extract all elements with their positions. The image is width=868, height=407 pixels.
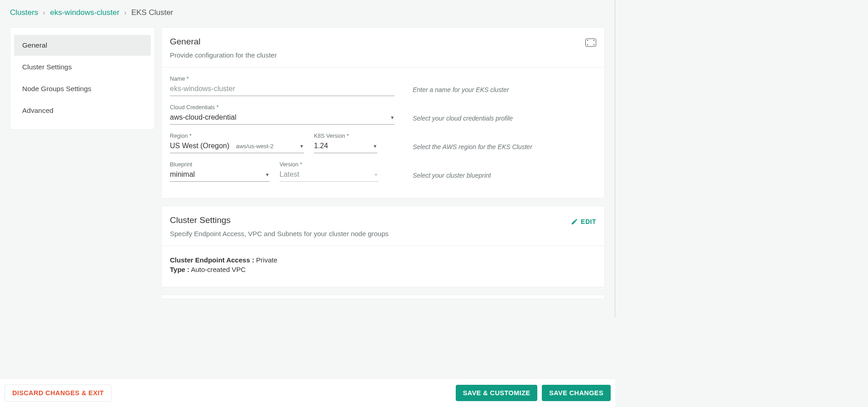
expand-icon[interactable] xyxy=(585,39,596,47)
type-label: Type : xyxy=(170,266,189,273)
sidebar-item-label: Advanced xyxy=(22,107,53,114)
credentials-value: aws-cloud-credential xyxy=(170,113,236,121)
cluster-settings-subtitle: Specify Endpoint Access, VPC and Subnets… xyxy=(170,230,389,237)
credentials-select[interactable]: aws-cloud-credential ▼ xyxy=(170,111,395,125)
sidebar-item-node-groups-settings[interactable]: Node Groups Settings xyxy=(14,78,151,99)
region-helper: Select the AWS region for the EKS Cluste… xyxy=(413,143,532,153)
chevron-down-icon: ▼ xyxy=(374,172,378,177)
region-value: US West (Oregon) xyxy=(170,142,229,150)
general-card: General Provide configuration for the cl… xyxy=(161,27,605,199)
name-input[interactable] xyxy=(170,83,395,96)
blueprint-value: minimal xyxy=(170,170,195,179)
k8s-value: 1.24 xyxy=(314,142,328,150)
cluster-settings-title: Cluster Settings xyxy=(170,215,389,225)
region-select[interactable]: US West (Oregon) aws/us-west-2 ▼ xyxy=(170,140,304,153)
chevron-down-icon: ▼ xyxy=(299,144,304,149)
edit-label: EDIT xyxy=(581,218,596,225)
credentials-helper: Select your cloud credentials profile xyxy=(413,115,513,125)
name-helper: Enter a name for your EKS cluster xyxy=(413,86,509,96)
sidebar-item-cluster-settings[interactable]: Cluster Settings xyxy=(14,57,151,78)
breadcrumb-cluster-link[interactable]: eks-windows-cluster xyxy=(50,8,120,17)
breadcrumb: Clusters › eks-windows-cluster › EKS Clu… xyxy=(0,0,615,27)
cluster-settings-card: Cluster Settings Specify Endpoint Access… xyxy=(161,206,605,287)
region-sub: aws/us-west-2 xyxy=(236,143,274,150)
section-sidebar: General Cluster Settings Node Groups Set… xyxy=(10,27,155,130)
region-label: Region * xyxy=(170,133,304,139)
bpversion-value: Latest xyxy=(280,170,299,179)
general-title: General xyxy=(170,37,277,47)
blueprint-select[interactable]: minimal ▼ xyxy=(170,169,270,182)
chevron-down-icon: ▼ xyxy=(373,144,377,149)
chevron-down-icon: ▼ xyxy=(390,115,395,120)
bpversion-select[interactable]: Latest ▼ xyxy=(280,169,378,182)
credentials-label: Cloud Credentials * xyxy=(170,104,395,111)
blueprint-label: Blueprint xyxy=(170,161,270,168)
k8s-label: K8S Version * xyxy=(314,133,377,139)
sidebar-item-general[interactable]: General xyxy=(14,35,151,56)
chevron-down-icon: ▼ xyxy=(265,172,270,177)
breadcrumb-separator: › xyxy=(43,9,45,16)
next-card-peek xyxy=(161,295,605,299)
blueprint-helper: Select your cluster blueprint xyxy=(413,172,491,182)
breadcrumb-root-link[interactable]: Clusters xyxy=(10,8,38,17)
edit-button[interactable]: EDIT xyxy=(571,218,596,225)
name-label: Name * xyxy=(170,76,395,82)
breadcrumb-separator: › xyxy=(124,9,126,16)
breadcrumb-current: EKS Cluster xyxy=(131,8,174,17)
sidebar-item-label: Node Groups Settings xyxy=(22,85,92,92)
bpversion-label: Version * xyxy=(280,161,378,168)
sidebar-item-advanced[interactable]: Advanced xyxy=(14,100,151,121)
sidebar-item-label: Cluster Settings xyxy=(22,63,72,71)
general-subtitle: Provide configuration for the cluster xyxy=(170,51,277,59)
pencil-icon xyxy=(571,218,578,225)
endpoint-access-label: Cluster Endpoint Access : xyxy=(170,256,254,264)
k8s-select[interactable]: 1.24 ▼ xyxy=(314,140,377,153)
sidebar-item-label: General xyxy=(22,41,47,49)
